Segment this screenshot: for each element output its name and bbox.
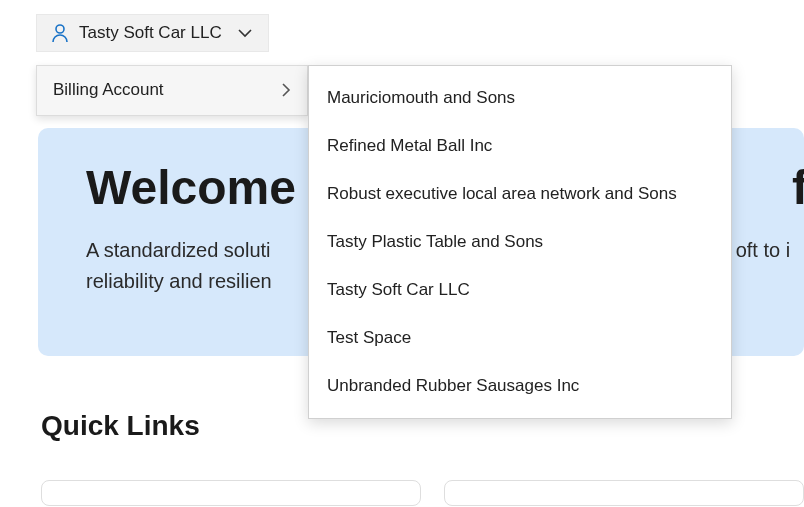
flyout-option[interactable]: Mauriciomouth and Sons — [309, 74, 731, 122]
flyout-option-label: Robust executive local area network and … — [327, 184, 677, 203]
account-selector[interactable]: Tasty Soft Car LLC — [36, 14, 269, 52]
flyout-option-label: Tasty Soft Car LLC — [327, 280, 470, 299]
flyout-option-label: Mauriciomouth and Sons — [327, 88, 515, 107]
account-selected-label: Tasty Soft Car LLC — [79, 23, 222, 43]
chevron-right-icon — [281, 82, 291, 98]
flyout-option[interactable]: Test Space — [309, 314, 731, 362]
svg-point-0 — [56, 25, 64, 33]
person-icon — [51, 23, 69, 43]
flyout-option-label: Refined Metal Ball Inc — [327, 136, 492, 155]
submenu-item-label: Billing Account — [53, 80, 164, 100]
chevron-down-icon — [236, 27, 254, 39]
submenu-item-billing-account[interactable]: Billing Account — [37, 66, 307, 115]
flyout-option-label: Test Space — [327, 328, 411, 347]
account-submenu: Billing Account — [36, 65, 308, 116]
flyout-option[interactable]: Refined Metal Ball Inc — [309, 122, 731, 170]
flyout-option[interactable]: Unbranded Rubber Sausages Inc — [309, 362, 731, 410]
quick-link-card[interactable] — [41, 480, 421, 506]
hero-sub-left: A standardized soluti — [86, 239, 271, 261]
hero-sub-line2: reliability and resilien — [86, 270, 272, 292]
flyout-option[interactable]: Tasty Plastic Table and Sons — [309, 218, 731, 266]
hero-title-left: Welcome t — [86, 161, 325, 214]
hero-sub-right: oft to i — [736, 239, 790, 261]
flyout-option[interactable]: Tasty Soft Car LLC — [309, 266, 731, 314]
quick-link-card[interactable] — [444, 480, 804, 506]
billing-account-flyout: Mauriciomouth and Sons Refined Metal Bal… — [308, 65, 732, 419]
hero-title-right: fany — [792, 161, 804, 214]
flyout-option[interactable]: Robust executive local area network and … — [309, 170, 731, 218]
quick-links-heading: Quick Links — [41, 410, 200, 442]
flyout-option-label: Unbranded Rubber Sausages Inc — [327, 376, 579, 395]
flyout-option-label: Tasty Plastic Table and Sons — [327, 232, 543, 251]
